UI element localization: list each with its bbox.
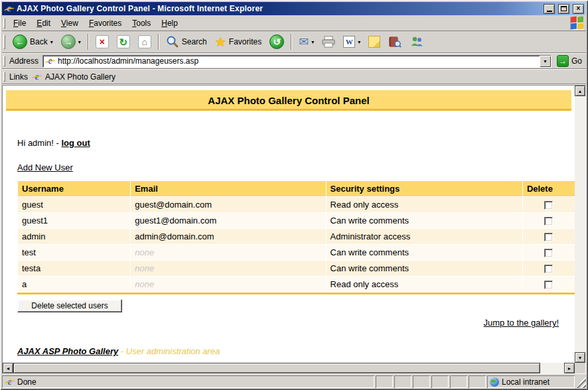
links-bar-link[interactable]: AJAX Photo Gallery (45, 72, 115, 82)
research-book-icon (388, 36, 402, 48)
greeting-text: Hi admin! - log out (17, 138, 575, 148)
security-cell: Read only access (327, 197, 522, 212)
toolbar-separator (88, 34, 89, 50)
logout-link[interactable]: log out (61, 138, 90, 148)
delete-checkbox[interactable] (544, 265, 553, 273)
messenger-button[interactable] (406, 34, 427, 49)
address-dropdown-button[interactable]: ▼ (540, 56, 551, 67)
close-button[interactable]: × (573, 4, 584, 14)
mail-dropdown-icon[interactable]: ▾ (311, 39, 314, 45)
refresh-button[interactable]: ↻ (113, 34, 133, 50)
footer-admin-area-label: User administration area (126, 346, 220, 356)
status-pane: e Done (2, 375, 374, 388)
menu-file[interactable]: File (8, 17, 31, 30)
links-label: Links (9, 72, 28, 82)
back-button[interactable]: ← Back ▾ (9, 33, 56, 50)
jump-to-gallery-link[interactable]: Jump to the gallery! (484, 318, 559, 328)
menu-favorites[interactable]: Favorites (84, 17, 127, 30)
stop-button[interactable]: × (92, 34, 112, 50)
history-button[interactable]: ↺ (266, 33, 287, 50)
minimize-button[interactable] (544, 4, 555, 14)
col-email: Email (131, 181, 325, 196)
page-content: AJAX Photo Gallery Control Panel Hi admi… (3, 86, 575, 363)
standard-toolbar: ← Back ▾ → ▾ × ↻ ⌂ Search ★ Favorites (2, 31, 586, 53)
scroll-up-icon[interactable]: ▲ (575, 86, 585, 96)
link-favicon-icon: e (32, 72, 42, 82)
zone-text: Local intranet (502, 377, 550, 387)
add-new-user-link[interactable]: Add New User (17, 162, 73, 172)
vertical-scrollbar[interactable]: ▲ ▼ (575, 86, 585, 363)
table-bottom-border (17, 292, 575, 294)
home-button[interactable]: ⌂ (135, 34, 155, 50)
go-button[interactable]: → Go (551, 55, 586, 67)
scroll-down-icon[interactable]: ▼ (575, 352, 585, 363)
email-cell: none (131, 245, 325, 260)
research-button[interactable] (385, 34, 405, 49)
status-pane-empty (469, 375, 486, 388)
address-input[interactable] (58, 56, 537, 66)
username-cell: admin (18, 229, 130, 244)
status-pane-empty (450, 375, 467, 388)
window-title: AJAX Photo Gallery Control Panel - Micro… (17, 4, 540, 13)
delete-checkbox[interactable] (544, 217, 553, 226)
delete-checkbox[interactable] (544, 281, 553, 289)
table-row: a none Read only access (18, 277, 575, 292)
scrollbar-corner (575, 363, 585, 373)
delete-checkbox[interactable] (544, 201, 553, 210)
forward-button[interactable]: → ▾ (58, 33, 84, 50)
status-bar: e Done Local intranet (2, 374, 586, 388)
toolbar-separator (158, 34, 159, 50)
delete-checkbox[interactable] (544, 249, 553, 257)
scroll-right-icon[interactable]: ► (564, 363, 575, 373)
address-bar: Address e ▼ → Go (2, 54, 586, 69)
col-security: Security settings (327, 181, 522, 196)
favorites-button[interactable]: ★ Favorites (212, 34, 265, 50)
scrollbar-thumb[interactable] (13, 363, 540, 373)
page-banner-title: AJAX Photo Gallery Control Panel (6, 90, 571, 111)
windows-logo-icon (570, 17, 583, 30)
globe-icon (490, 377, 499, 387)
back-label: Back (30, 37, 48, 46)
print-button[interactable] (319, 34, 338, 49)
status-text: Done (17, 377, 37, 387)
favorites-star-icon: ★ (215, 36, 226, 48)
maximize-button[interactable] (558, 4, 569, 14)
username-cell: guest1 (18, 213, 130, 228)
edit-dropdown-icon[interactable]: ▾ (358, 39, 360, 45)
toolbar-grip[interactable] (3, 56, 5, 66)
edit-button[interactable]: W ▾ (340, 34, 364, 49)
search-icon (166, 35, 179, 48)
mail-button[interactable]: ✉ ▾ (295, 34, 317, 49)
favorites-label: Favorites (229, 37, 261, 46)
resize-grip[interactable] (576, 375, 586, 388)
menu-view[interactable]: View (56, 17, 84, 30)
menu-help[interactable]: Help (156, 17, 183, 30)
toolbar-grip[interactable] (3, 18, 5, 28)
delete-selected-users-button[interactable]: Delete selected users (17, 299, 122, 312)
word-edit-icon: W (343, 36, 355, 48)
history-icon: ↺ (269, 34, 284, 49)
menu-tools[interactable]: Tools (127, 17, 156, 30)
back-dropdown-icon[interactable]: ▾ (50, 39, 53, 45)
toolbar-grip[interactable] (3, 72, 5, 82)
print-icon (322, 36, 335, 48)
forward-dropdown-icon[interactable]: ▾ (78, 39, 81, 45)
table-row: test none Can write comments (18, 245, 575, 260)
search-button[interactable]: Search (163, 34, 210, 50)
status-pane-empty (394, 375, 411, 388)
col-username: Username (18, 181, 130, 196)
notes-button[interactable] (365, 34, 384, 49)
page-footer: AJAX ASP Photo Gallery - User administra… (17, 346, 575, 356)
toolbar-separator (291, 34, 292, 50)
scroll-left-icon[interactable]: ◄ (3, 363, 13, 373)
horizontal-scrollbar[interactable]: ◄ ► (3, 363, 575, 373)
footer-gallery-link[interactable]: AJAX ASP Photo Gallery (17, 346, 118, 356)
username-cell: guest (18, 197, 130, 212)
forward-icon: → (61, 34, 76, 49)
table-row: guest guest@domain.com Read only access (18, 197, 575, 212)
menu-edit[interactable]: Edit (31, 17, 56, 30)
security-cell: Administrator access (327, 229, 522, 244)
status-pane-empty (431, 375, 449, 388)
toolbar-grip[interactable] (3, 34, 5, 49)
delete-checkbox[interactable] (544, 233, 553, 241)
